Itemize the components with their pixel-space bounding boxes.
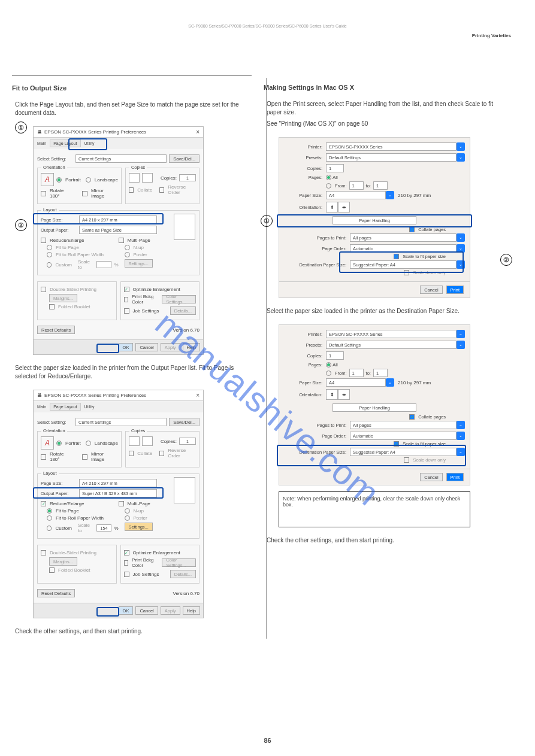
- mac-pages-from-radio[interactable]: [326, 183, 331, 189]
- optimize-checkbox[interactable]: [124, 287, 129, 292]
- select-setting-field[interactable]: Current Settings: [75, 418, 167, 426]
- chevron-updown-icon[interactable]: ⌄: [386, 378, 394, 387]
- orientation-landscape-button[interactable]: ⬌: [338, 202, 350, 212]
- mac-presets-field[interactable]: Default Settings: [326, 341, 457, 349]
- save-del-button[interactable]: Save/Del...: [169, 418, 200, 426]
- orientation-portrait-button[interactable]: ⬍: [326, 389, 338, 400]
- rotate-checkbox[interactable]: [41, 454, 46, 460]
- chevron-updown-icon[interactable]: ⌄: [386, 191, 394, 199]
- mac-copies-field[interactable]: 1: [326, 164, 344, 172]
- copies-icon: [129, 173, 140, 183]
- tab-page-layout[interactable]: Page Layout: [50, 403, 80, 411]
- mac-to-field[interactable]: 1: [373, 369, 388, 377]
- tab-main[interactable]: Main: [37, 404, 46, 409]
- mac-printer-field[interactable]: EPSON SC-PXXXX Series: [326, 142, 457, 151]
- mac-print-button[interactable]: Print: [446, 473, 464, 481]
- mac-pages-all-radio[interactable]: [326, 362, 331, 368]
- mac-collate-checkbox[interactable]: [409, 227, 415, 232]
- select-setting-field[interactable]: Current Settings: [75, 154, 167, 163]
- mirror-checkbox[interactable]: [82, 454, 87, 460]
- right-section-title: Making Settings in Mac OS X: [264, 84, 509, 91]
- copies-spinner[interactable]: 1: [179, 174, 196, 181]
- mac-to-field[interactable]: 1: [373, 181, 388, 190]
- save-del-button[interactable]: Save/Del...: [169, 154, 200, 163]
- mac-paper-size-field[interactable]: A4: [326, 378, 386, 387]
- chevron-updown-icon[interactable]: ⌄: [457, 330, 465, 338]
- fit-page-radio[interactable]: [47, 508, 52, 514]
- copies-spinner[interactable]: 1: [179, 438, 196, 445]
- mac-printer-field[interactable]: EPSON SC-PXXXX Series: [326, 330, 457, 338]
- mac-copies-field[interactable]: 1: [326, 351, 344, 360]
- fit-roll-radio[interactable]: [47, 515, 52, 521]
- landscape-radio[interactable]: [86, 177, 91, 183]
- page-size-field[interactable]: A4 210 x 297 mm: [79, 479, 157, 487]
- reverse-checkbox: [159, 187, 164, 193]
- bkg-checkbox[interactable]: [124, 560, 129, 566]
- mac-from-field[interactable]: 1: [349, 181, 364, 190]
- mirror-label: Mirror Image: [91, 451, 118, 462]
- mac-pages-all-radio[interactable]: [326, 175, 331, 180]
- output-paper-field[interactable]: Same as Page Size: [79, 226, 157, 234]
- bkg-checkbox[interactable]: [124, 297, 129, 302]
- fit-page-radio: [47, 245, 52, 250]
- mac-section-dropdown[interactable]: Paper Handling: [333, 403, 416, 412]
- cancel-button[interactable]: Cancel: [135, 343, 158, 351]
- mac-paper-size-field[interactable]: A4: [326, 191, 386, 199]
- mac-print-button[interactable]: Print: [446, 286, 464, 294]
- collate-checkbox: [129, 187, 134, 193]
- chevron-updown-icon[interactable]: ⌄: [457, 233, 465, 242]
- orientation-landscape-button[interactable]: ⬌: [338, 389, 350, 400]
- custom-radio[interactable]: [47, 526, 52, 531]
- mac-pages-all-label: All: [333, 175, 338, 180]
- reset-defaults-button[interactable]: Reset Defaults: [37, 589, 75, 597]
- fit-page-label: Fit to Page: [56, 508, 79, 514]
- help-button[interactable]: Help: [183, 343, 200, 351]
- reduce-enlarge-checkbox[interactable]: [41, 501, 46, 506]
- reset-defaults-button[interactable]: Reset Defaults: [37, 326, 75, 334]
- cross-ref-link[interactable]: See "Printing (Mac OS X)" on page 50: [267, 120, 368, 127]
- close-icon[interactable]: ×: [196, 392, 200, 399]
- job-checkbox[interactable]: [124, 572, 129, 577]
- mac-pages-from-radio[interactable]: [326, 371, 331, 376]
- optimize-checkbox[interactable]: [124, 550, 129, 555]
- multipage-checkbox[interactable]: [119, 238, 124, 243]
- chevron-updown-icon[interactable]: ⌄: [457, 421, 465, 429]
- tab-utility[interactable]: Utility: [84, 404, 95, 409]
- multipage-settings-button[interactable]: Settings...: [125, 523, 153, 531]
- portrait-radio[interactable]: [56, 177, 62, 183]
- multipage-label: Multi-Page: [128, 238, 150, 243]
- portrait-radio[interactable]: [56, 441, 62, 446]
- mac-pages-print-field[interactable]: All pages: [350, 421, 457, 429]
- chevron-updown-icon[interactable]: ⌄: [457, 153, 465, 162]
- mac-cancel-button[interactable]: Cancel: [420, 286, 442, 294]
- mac-printer-label: Printer:: [284, 332, 326, 337]
- chevron-updown-icon[interactable]: ⌄: [457, 341, 465, 349]
- folded-label: Folded Booklet: [58, 304, 90, 309]
- mac-pages-print-field[interactable]: All pages: [350, 233, 457, 242]
- ok-button[interactable]: OK: [119, 606, 134, 615]
- mirror-checkbox[interactable]: [82, 191, 87, 196]
- close-icon[interactable]: ×: [196, 129, 200, 135]
- mac-from-field[interactable]: 1: [349, 369, 364, 377]
- ok-button[interactable]: OK: [119, 343, 134, 351]
- mac-pages-label: Pages:: [284, 362, 326, 368]
- orientation-portrait-button[interactable]: ⬍: [326, 202, 338, 212]
- mac-orientation-label: Orientation:: [284, 392, 326, 397]
- collate-checkbox: [129, 451, 134, 456]
- mac-collate-checkbox[interactable]: [409, 414, 415, 420]
- chevron-updown-icon[interactable]: ⌄: [457, 432, 465, 440]
- mac-from-label: From:: [335, 371, 347, 376]
- cancel-button[interactable]: Cancel: [135, 606, 158, 615]
- job-checkbox[interactable]: [124, 308, 129, 314]
- scale-to-label: Scale to: [78, 259, 94, 270]
- chevron-updown-icon[interactable]: ⌄: [457, 142, 465, 151]
- help-button[interactable]: Help: [183, 606, 200, 615]
- tab-main[interactable]: Main: [37, 141, 46, 146]
- mac-cancel-button[interactable]: Cancel: [420, 473, 442, 481]
- multipage-checkbox[interactable]: [119, 501, 124, 506]
- reduce-enlarge-checkbox[interactable]: [41, 238, 46, 243]
- mac-page-order-field[interactable]: Automatic: [350, 432, 457, 440]
- landscape-radio[interactable]: [86, 441, 91, 446]
- mac-presets-field[interactable]: Default Settings: [326, 153, 457, 162]
- rotate-checkbox[interactable]: [41, 191, 46, 196]
